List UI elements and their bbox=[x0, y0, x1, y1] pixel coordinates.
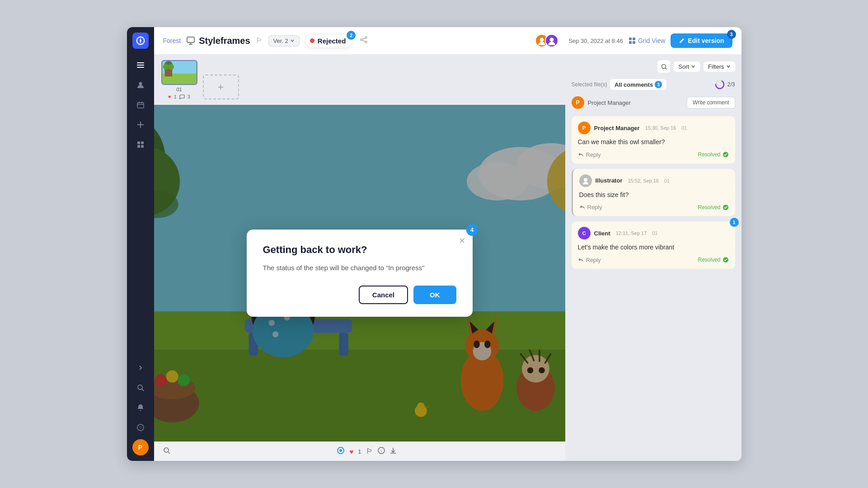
svg-point-100 bbox=[164, 448, 169, 452]
comment-footer-3: Reply Resolved bbox=[578, 257, 729, 263]
heart-icon[interactable]: ♥ bbox=[349, 448, 353, 455]
thumbnail-image-1[interactable] bbox=[161, 60, 197, 85]
dialog-overlay: 4 ✕ Getting back to work? The status of … bbox=[154, 105, 565, 441]
sidebar-collapse-arrow[interactable] bbox=[132, 360, 149, 376]
svg-line-24 bbox=[362, 38, 365, 39]
svg-line-108 bbox=[665, 68, 666, 69]
edit-icon bbox=[679, 38, 685, 44]
svg-point-14 bbox=[138, 385, 142, 389]
svg-rect-28 bbox=[629, 38, 632, 40]
resolved-check-icon-2 bbox=[723, 204, 729, 211]
dialog-badge: 4 bbox=[466, 224, 478, 236]
ok-button[interactable]: OK bbox=[413, 286, 456, 304]
edit-version-button[interactable]: Edit version 3 bbox=[671, 33, 732, 48]
pm-avatar: P bbox=[572, 96, 584, 109]
sort-label: Sort bbox=[678, 63, 689, 70]
pm-name: Project Manager bbox=[588, 99, 631, 106]
reply-button-3[interactable]: Reply bbox=[578, 257, 601, 263]
edit-version-label: Edit version bbox=[688, 37, 724, 44]
dialog-body: The status of the step will be changed t… bbox=[263, 263, 456, 273]
sidebar-help-icon[interactable]: ? bbox=[132, 419, 149, 436]
svg-rect-31 bbox=[633, 41, 635, 44]
all-comments-label: All comments bbox=[615, 81, 653, 88]
progress-circle-icon bbox=[715, 80, 725, 89]
sort-chevron-icon bbox=[691, 64, 695, 69]
svg-point-21 bbox=[365, 37, 367, 38]
version-selector[interactable]: Ver. 2 bbox=[268, 35, 300, 47]
dialog-actions: Cancel OK bbox=[263, 286, 456, 304]
styleframes-icon bbox=[186, 36, 195, 45]
thumb-likes: 1 bbox=[174, 94, 177, 99]
dialog-close-button[interactable]: ✕ bbox=[459, 236, 465, 246]
body-area: 01 ♥ 1 3 + bbox=[154, 55, 741, 461]
thumbnail-meta-1: ♥ 1 3 bbox=[168, 94, 190, 99]
canvas-area: 01 ♥ 1 3 + bbox=[154, 55, 565, 461]
sidebar-search-icon[interactable] bbox=[132, 380, 149, 396]
comment-author-1: Project Manager bbox=[594, 125, 640, 131]
flag-icon-bottom[interactable]: 🏳 bbox=[366, 447, 373, 455]
svg-point-107 bbox=[662, 64, 666, 68]
reply-button-2[interactable]: Reply bbox=[579, 204, 602, 211]
reply-label-2: Reply bbox=[587, 204, 602, 211]
zoom-icon[interactable] bbox=[163, 447, 170, 456]
comment-card-3: 1 C Client 12:11, Sep 17 01 Let's make t… bbox=[572, 221, 735, 269]
svg-point-112 bbox=[584, 178, 587, 182]
svg-rect-1 bbox=[137, 62, 144, 63]
resolved-check-icon-1 bbox=[723, 151, 729, 158]
sidebar-logo[interactable] bbox=[132, 33, 149, 49]
resolved-badge-3: Resolved bbox=[698, 257, 728, 263]
svg-rect-12 bbox=[137, 145, 140, 148]
sidebar-item-users[interactable] bbox=[132, 77, 149, 93]
info-icon[interactable]: i bbox=[378, 447, 385, 456]
comments-input-bar: P Project Manager Write comment bbox=[565, 93, 741, 113]
comment-author-2: Illustrator bbox=[596, 177, 623, 184]
all-comments-badge: 3 bbox=[655, 81, 662, 88]
comment-avatar-3: C bbox=[578, 227, 591, 239]
comment-header-3: C Client 12:11, Sep 17 01 bbox=[578, 227, 729, 239]
svg-point-23 bbox=[365, 41, 367, 43]
svg-point-36 bbox=[163, 64, 169, 70]
confirm-dialog: 4 ✕ Getting back to work? The status of … bbox=[247, 230, 473, 317]
sidebar-item-plus[interactable] bbox=[132, 117, 149, 133]
thumbnails-bar: 01 ♥ 1 3 + bbox=[154, 55, 565, 105]
cancel-button[interactable]: Cancel bbox=[359, 286, 408, 304]
status-badge[interactable]: Rejected 2 bbox=[305, 34, 353, 48]
download-icon[interactable] bbox=[389, 447, 397, 456]
thumb-comments: 3 bbox=[188, 94, 190, 99]
progress-indicator: 2/3 bbox=[715, 80, 735, 89]
circle-icon[interactable] bbox=[337, 446, 345, 456]
resolved-badge-1: Resolved bbox=[698, 151, 728, 158]
filters-button[interactable]: Filters bbox=[704, 61, 735, 72]
svg-rect-3 bbox=[137, 67, 144, 68]
svg-point-22 bbox=[361, 39, 362, 41]
sort-button[interactable]: Sort bbox=[674, 61, 700, 72]
search-button[interactable] bbox=[657, 60, 670, 73]
grid-view-button[interactable]: Grid View bbox=[629, 37, 665, 44]
comments-toolbar: Sort Filters bbox=[565, 55, 741, 76]
sidebar-item-menu[interactable] bbox=[132, 57, 149, 73]
rejected-label: Rejected bbox=[318, 37, 346, 45]
comment-footer-2: Reply Resolved bbox=[579, 204, 729, 211]
svg-rect-5 bbox=[137, 103, 144, 108]
write-comment-button[interactable]: Write comment bbox=[687, 97, 735, 108]
comment-avatar-1: P bbox=[578, 122, 591, 134]
thumbnail-label-1: 01 bbox=[176, 87, 182, 92]
svg-rect-29 bbox=[633, 38, 635, 40]
comments-list: P Project Manager 15:30, Sep 16 01 Can w… bbox=[565, 113, 741, 461]
edit-version-badge: 3 bbox=[727, 30, 736, 39]
svg-rect-13 bbox=[141, 145, 144, 148]
add-frame-button[interactable]: + bbox=[203, 75, 239, 99]
all-comments-tab[interactable]: All comments 3 bbox=[610, 79, 666, 90]
sidebar-user-avatar[interactable]: P bbox=[132, 439, 149, 455]
flag-icon[interactable]: 🏳 bbox=[256, 37, 263, 45]
reply-button-1[interactable]: Reply bbox=[578, 151, 601, 158]
likes-count: 1 bbox=[358, 448, 361, 455]
comment-time-1: 15:30, Sep 16 bbox=[645, 125, 676, 131]
share-icon[interactable] bbox=[360, 36, 368, 46]
sidebar-item-grid[interactable] bbox=[132, 136, 149, 153]
svg-rect-2 bbox=[137, 65, 144, 66]
sidebar-item-calendar[interactable] bbox=[132, 97, 149, 113]
version-label: Ver. 2 bbox=[273, 38, 288, 44]
sidebar-bell-icon[interactable] bbox=[132, 399, 149, 416]
svg-line-101 bbox=[168, 452, 170, 454]
